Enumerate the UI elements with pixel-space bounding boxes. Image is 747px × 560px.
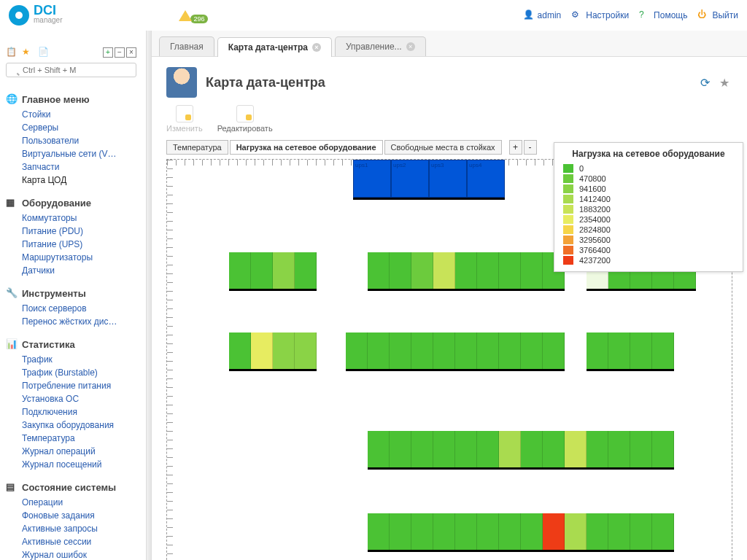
rack-cell[interactable] [521,513,543,550]
rack-cell[interactable] [411,431,433,467]
menu-item[interactable]: Питание (PDU) [6,225,136,238]
menu-item[interactable]: Подключения [6,405,136,419]
menu-item[interactable]: Журнал посещений [6,458,136,471]
ups-cell[interactable]: ups1 [353,160,391,198]
tab-close-icon[interactable]: × [312,43,321,52]
rack-cell[interactable] [455,513,477,550]
rack-cell[interactable] [499,252,521,289]
rack-cell[interactable] [499,431,521,467]
rack-cell[interactable] [229,252,251,289]
rack-cell[interactable] [251,252,273,289]
rack-cell[interactable] [477,332,499,369]
rack-cell[interactable] [587,431,608,467]
filter-free-slots[interactable]: Свободные места в стойках [384,140,502,155]
rack-cell[interactable] [273,252,295,289]
menu-item[interactable]: Виртуальные сети (V… [6,147,136,160]
rack-cell[interactable] [543,332,565,369]
rack-cell[interactable] [368,513,390,550]
rack-cell[interactable] [433,252,455,289]
menu-section-header[interactable]: 🌐Главное меню [6,90,136,108]
menu-item[interactable]: Установка ОС [6,392,136,405]
rack-cell[interactable] [295,252,317,289]
logout-link[interactable]: ⏻Выйти [697,9,738,21]
tab[interactable]: Карта дата-центра× [217,37,332,57]
rack-cell[interactable] [565,513,587,550]
rack-cell[interactable] [433,332,455,369]
rack-cell[interactable] [390,252,411,289]
menu-item[interactable]: Фоновые задания [6,509,136,522]
zoom-in-button[interactable]: + [509,140,522,155]
rack-cell[interactable] [652,332,674,369]
menu-section-header[interactable]: ▦Оборудование [6,194,136,211]
rack-cell[interactable] [390,332,411,369]
clipboard-icon[interactable]: 📄 [38,47,50,58]
menu-item[interactable]: Операции [6,496,136,509]
menu-item[interactable]: Журнал операций [6,445,136,458]
menu-item[interactable]: Закупка оборудования [6,419,136,432]
user-link[interactable]: 👤admin [523,9,562,21]
rack-cell[interactable] [565,431,587,467]
menu-item[interactable]: Трафик [6,353,136,366]
rack-cell[interactable] [608,431,630,467]
edit-button[interactable]: Изменить [166,105,203,133]
rack-cell[interactable] [652,513,674,550]
rack-cell[interactable] [433,513,455,550]
menu-section-header[interactable]: 📊Статистика [6,335,136,353]
filter-netload[interactable]: Нагрузка на сетевое оборудование [230,140,383,155]
tab[interactable]: Главная [159,36,214,56]
menu-item[interactable]: Активные запросы [6,522,136,535]
menu-item[interactable]: Питание (UPS) [6,238,136,251]
rack-cell[interactable] [411,332,433,369]
rack-cell[interactable] [499,332,521,369]
rack-cell[interactable] [368,252,390,289]
zoom-out-button[interactable]: - [524,140,537,155]
editor-button[interactable]: Редактировать [217,105,273,133]
menu-item[interactable]: Запчасти [6,160,136,174]
favorite-icon[interactable]: ★ [719,76,732,89]
menu-item[interactable]: Карта ЦОД [6,174,136,187]
close-icon[interactable]: × [126,47,136,58]
menu-item[interactable]: Температура [6,432,136,445]
rack-cell[interactable] [273,332,295,369]
rack-cell[interactable] [229,332,251,369]
menu-item[interactable]: Коммутаторы [6,211,136,225]
rack-cell[interactable] [587,513,608,550]
menu-item[interactable]: Поиск серверов [6,302,136,315]
expand-icon[interactable]: + [103,47,113,58]
rack-cell[interactable] [543,513,565,550]
menu-item[interactable]: Активные сессии [6,535,136,548]
help-link[interactable]: ?Помощь [639,9,687,21]
rack-cell[interactable] [499,513,521,550]
tab[interactable]: Управление...× [335,36,426,56]
splitter[interactable] [146,31,152,560]
menu-item[interactable]: Перенос жёстких дис… [6,315,136,328]
rack-cell[interactable] [521,431,543,467]
menu-item[interactable]: Стойки [6,108,136,121]
rack-cell[interactable] [587,332,608,369]
star-icon[interactable]: ★ [22,47,34,58]
rack-cell[interactable] [368,332,390,369]
rack-cell[interactable] [477,513,499,550]
rack-cell[interactable] [455,252,477,289]
rack-cell[interactable] [251,332,273,369]
menu-item[interactable]: Трафик (Burstable) [6,366,136,379]
menu-item[interactable]: Датчики [6,264,136,277]
rack-cell[interactable] [630,332,652,369]
rack-cell[interactable] [411,513,433,550]
rack-cell[interactable] [455,332,477,369]
refresh-icon[interactable]: ⟳ [700,76,713,89]
rack-cell[interactable] [346,332,368,369]
rack-cell[interactable] [477,252,499,289]
search-input[interactable] [6,63,136,77]
rack-cell[interactable] [608,332,630,369]
rack-cell[interactable] [543,431,565,467]
rack-cell[interactable] [433,431,455,467]
rack-cell[interactable] [652,431,674,467]
rack-cell[interactable] [295,332,317,369]
alerts-badge[interactable]: 296 [179,7,207,23]
rack-cell[interactable] [411,252,433,289]
rack-cell[interactable] [477,431,499,467]
rack-cell[interactable] [521,252,543,289]
rack-cell[interactable] [455,431,477,467]
menu-item[interactable]: Журнал ошибок [6,548,136,560]
